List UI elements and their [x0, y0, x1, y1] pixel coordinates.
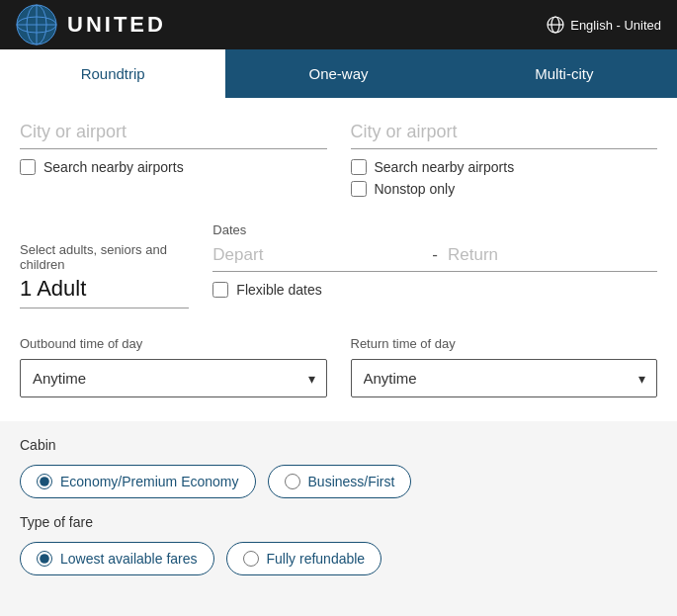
- header: UNITED English - United: [0, 0, 677, 49]
- flexible-dates-checkbox[interactable]: [212, 282, 228, 298]
- return-time-section: Return time of day Anytime Morning After…: [351, 336, 658, 397]
- nonstop-only-label: Nonstop only: [375, 181, 456, 197]
- search-nearby-right-label: Search nearby airports: [375, 159, 515, 175]
- globe-logo-icon: [16, 4, 57, 45]
- fare-options: Lowest available fares Fully refundable: [20, 542, 657, 575]
- origin-input[interactable]: [20, 118, 327, 149]
- language-selector[interactable]: English - United: [547, 16, 661, 34]
- nonstop-only-row: Nonstop only: [351, 181, 658, 197]
- adults-dates-row: Select adults, seniors and children 1 Ad…: [20, 222, 657, 308]
- adults-value[interactable]: 1 Adult: [20, 276, 189, 308]
- search-nearby-right-row: Search nearby airports: [351, 159, 658, 175]
- return-select-wrapper: Anytime Morning Afternoon Evening Night: [351, 359, 658, 397]
- cabin-economy-radio[interactable]: [37, 474, 52, 489]
- search-nearby-left-label: Search nearby airports: [43, 159, 184, 175]
- destination-input[interactable]: [351, 118, 658, 149]
- outbound-time-label: Outbound time of day: [20, 336, 327, 351]
- dates-section: Dates - Flexible dates: [212, 222, 657, 308]
- fare-section: Type of fare Lowest available fares Full…: [20, 514, 657, 575]
- search-form: Search nearby airports Search nearby air…: [0, 98, 677, 421]
- fare-lowest-option[interactable]: Lowest available fares: [20, 542, 214, 575]
- outbound-select-wrapper: Anytime Morning Afternoon Evening Night: [20, 359, 327, 397]
- tab-multicity[interactable]: Multi-city: [452, 49, 677, 98]
- lang-label: English - United: [570, 18, 661, 33]
- city-row: Search nearby airports Search nearby air…: [20, 118, 657, 203]
- search-nearby-left-row: Search nearby airports: [20, 159, 327, 175]
- cabin-economy-option[interactable]: Economy/Premium Economy: [20, 465, 256, 498]
- search-nearby-right-checkbox[interactable]: [351, 159, 367, 175]
- flexible-dates-row: Flexible dates: [212, 282, 657, 298]
- search-nearby-left-checkbox[interactable]: [20, 159, 36, 175]
- cabin-economy-label: Economy/Premium Economy: [60, 474, 239, 489]
- bottom-section: Cabin Economy/Premium Economy Business/F…: [0, 421, 677, 607]
- return-input[interactable]: [448, 245, 657, 265]
- cabin-business-radio[interactable]: [285, 474, 300, 489]
- cabin-label: Cabin: [20, 437, 657, 453]
- outbound-time-section: Outbound time of day Anytime Morning Aft…: [20, 336, 327, 397]
- globe-lang-icon: [547, 16, 564, 34]
- origin-col: Search nearby airports: [20, 118, 327, 203]
- return-time-select[interactable]: Anytime Morning Afternoon Evening Night: [351, 359, 658, 397]
- cabin-business-option[interactable]: Business/First: [268, 465, 412, 498]
- flexible-dates-label: Flexible dates: [236, 282, 321, 298]
- adults-label: Select adults, seniors and children: [20, 242, 189, 272]
- logo-area: UNITED: [16, 4, 166, 45]
- tab-roundtrip[interactable]: Roundtrip: [0, 49, 225, 98]
- fare-lowest-radio[interactable]: [37, 551, 52, 567]
- dates-row: -: [212, 245, 657, 272]
- destination-col: Search nearby airports Nonstop only: [351, 118, 658, 203]
- fare-refundable-label: Fully refundable: [267, 551, 366, 567]
- depart-input[interactable]: [212, 245, 422, 265]
- fare-lowest-label: Lowest available fares: [60, 551, 198, 567]
- trip-type-tabs: Roundtrip One-way Multi-city: [0, 49, 677, 98]
- return-time-label: Return time of day: [351, 336, 658, 351]
- nonstop-only-checkbox[interactable]: [351, 181, 367, 197]
- fare-refundable-radio[interactable]: [243, 551, 259, 567]
- cabin-options: Economy/Premium Economy Business/First: [20, 465, 657, 498]
- tab-oneway[interactable]: One-way: [225, 49, 451, 98]
- cabin-section: Cabin Economy/Premium Economy Business/F…: [20, 437, 657, 498]
- fare-refundable-option[interactable]: Fully refundable: [226, 542, 382, 575]
- logo-text: UNITED: [67, 12, 166, 38]
- adults-section: Select adults, seniors and children 1 Ad…: [20, 242, 189, 308]
- cabin-business-label: Business/First: [308, 474, 395, 489]
- fare-label: Type of fare: [20, 514, 657, 530]
- date-separator: -: [432, 245, 438, 265]
- dates-label: Dates: [212, 222, 657, 237]
- outbound-time-select[interactable]: Anytime Morning Afternoon Evening Night: [20, 359, 327, 397]
- time-row: Outbound time of day Anytime Morning Aft…: [20, 316, 657, 397]
